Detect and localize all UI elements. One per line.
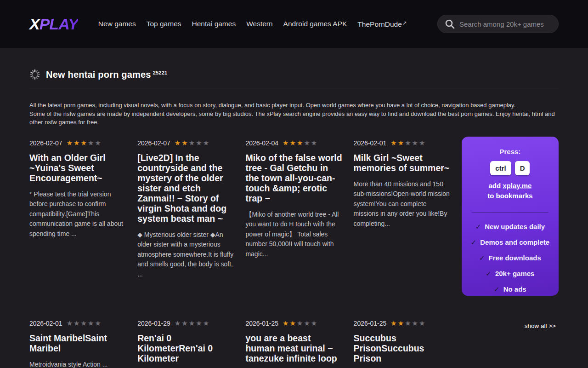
star-icon: ★ (203, 319, 210, 327)
star-icon: ★ (405, 319, 412, 327)
game-card[interactable]: 2026-02-01★★★★★ Saint MaribelSaint Marib… (29, 317, 126, 368)
star-icon: ★ (175, 319, 181, 327)
promo-feature: ✓20k+ games (468, 270, 552, 278)
main-nav: New games Top games Hentai games Western… (98, 20, 407, 29)
star-rating: ★★★★★ (67, 139, 102, 146)
star-rating: ★★★★★ (390, 320, 426, 327)
star-icon: ★ (405, 139, 412, 147)
logo-play: PLAY (40, 15, 78, 33)
game-title[interactable]: Milk Girl ~Sweet memories of summer~ (354, 153, 451, 173)
star-rating: ★★★★★ (175, 320, 210, 327)
star-icon: ★ (311, 319, 318, 327)
game-title[interactable]: you are a beast human meat urinal ~ tane… (245, 333, 342, 363)
game-card[interactable]: 2026-02-07★★★★★ With an Older Girl ~Yuin… (29, 137, 126, 317)
star-icon: ★ (175, 139, 181, 147)
game-title[interactable]: [Live2D] In the countryside and the myst… (137, 153, 234, 224)
game-title[interactable]: Succubus PrisonSuccubus Prison (354, 333, 451, 363)
star-rating: ★★★★★ (283, 139, 318, 146)
nav-theporndude[interactable]: ThePornDude↗ (357, 20, 407, 29)
star-icon: ★ (95, 139, 102, 147)
game-date: 2026-02-01 (29, 320, 62, 327)
game-card[interactable]: 2026-02-01★★★★★ Milk Girl ~Sweet memorie… (354, 137, 451, 317)
show-all-link[interactable]: show all >> (525, 322, 556, 329)
star-icon: ★ (196, 139, 203, 147)
game-card[interactable]: 2026-01-25★★★★★ Succubus PrisonSuccubus … (354, 317, 451, 368)
nav-western[interactable]: Western (246, 20, 272, 28)
logo[interactable]: XPLAY (29, 15, 78, 33)
nav-new-games[interactable]: New games (98, 20, 136, 28)
game-date: 2026-02-01 (354, 139, 387, 147)
page-title-row: New hentai porn games25221 (29, 69, 559, 80)
game-card[interactable]: 2026-02-07★★★★★ [Live2D] In the countrys… (137, 137, 234, 317)
bookmark-promo-card: Press: ctrl D add xplay.me to bookmarks … (462, 137, 559, 296)
star-rating: ★★★★★ (390, 139, 426, 146)
nav-theporndude-label: ThePornDude (357, 20, 402, 28)
check-icon: ✓ (475, 223, 481, 230)
star-icon: ★ (398, 319, 405, 327)
game-description: ◆ Mysterious older sister ◆An older sist… (137, 230, 234, 280)
star-icon: ★ (74, 139, 80, 147)
promo-feature: ✓No ads (468, 285, 552, 293)
check-icon: ✓ (494, 285, 500, 293)
star-icon: ★ (181, 319, 188, 327)
xplay-me-link[interactable]: xplay.me (503, 182, 531, 190)
star-rating: ★★★★★ (175, 139, 210, 146)
nav-hentai-games[interactable]: Hentai games (192, 20, 236, 28)
star-icon: ★ (289, 319, 296, 327)
promo-press-label: Press: (468, 148, 552, 155)
main-content: New hentai porn games25221 All the lates… (0, 69, 588, 368)
star-icon: ★ (81, 139, 88, 147)
game-title[interactable]: With an Older Girl ~Yuina's Sweet Encour… (29, 153, 126, 183)
game-title[interactable]: Miko of the false world tree - Gal Getch… (245, 153, 342, 203)
star-icon: ★ (390, 319, 397, 327)
search-bar[interactable] (437, 15, 559, 33)
game-description: Metroidvania style Action ... (29, 360, 126, 368)
games-grid: 2026-02-07★★★★★ With an Older Girl ~Yuin… (29, 137, 559, 368)
star-icon: ★ (412, 319, 419, 327)
promo-divider (472, 212, 548, 213)
title-divider (29, 88, 559, 88)
star-icon: ★ (67, 319, 74, 327)
game-card[interactable]: 2026-01-29★★★★★ Ren'ai 0 KilometerRen'ai… (137, 317, 234, 368)
description-line: Some of the nsfw games are made by indep… (29, 110, 559, 127)
star-icon: ★ (297, 319, 304, 327)
game-description: 【Miko of another world tree - All you wa… (245, 210, 342, 259)
game-title[interactable]: Ren'ai 0 KilometerRen'ai 0 Kilometer (137, 333, 234, 363)
ctrl-key: ctrl (490, 161, 511, 175)
check-icon: ✓ (479, 254, 485, 262)
star-icon: ★ (304, 139, 311, 147)
star-icon: ★ (311, 139, 318, 147)
game-card[interactable]: 2026-01-25★★★★★ you are a beast human me… (245, 317, 342, 368)
star-icon: ★ (88, 139, 95, 147)
game-card[interactable]: 2026-02-04★★★★★ Miko of the false world … (245, 137, 342, 317)
promo-add-prefix: add (488, 182, 501, 190)
games-count-badge: 25221 (153, 70, 168, 75)
star-icon: ★ (412, 139, 419, 147)
search-input[interactable] (459, 20, 552, 28)
star-icon: ★ (88, 319, 95, 327)
star-icon: ★ (67, 139, 74, 147)
page-title: New hentai porn games25221 (46, 69, 167, 80)
external-link-icon: ↗ (402, 20, 407, 26)
check-icon: ✓ (486, 270, 492, 277)
game-date: 2026-02-04 (245, 139, 278, 147)
star-rating: ★★★★★ (283, 320, 318, 327)
d-key: D (515, 161, 530, 175)
promo-feature-list: ✓New updates daily ✓Demos and complete ✓… (468, 223, 552, 293)
star-icon: ★ (419, 319, 426, 327)
game-date: 2026-01-29 (137, 320, 170, 327)
star-icon: ★ (189, 139, 196, 147)
star-icon: ★ (95, 319, 102, 327)
game-description: More than 40 missions and 150 sub-missio… (354, 179, 451, 229)
game-title[interactable]: Saint MaribelSaint Maribel (29, 333, 126, 353)
game-date: 2026-02-07 (29, 139, 62, 147)
star-icon: ★ (74, 319, 80, 327)
star-icon: ★ (81, 319, 88, 327)
star-icon: ★ (203, 139, 210, 147)
promo-feature: ✓Free downloads (468, 254, 552, 262)
page-description: All the latest porn games, including vis… (29, 101, 559, 127)
nav-top-games[interactable]: Top games (147, 20, 181, 28)
star-icon: ★ (289, 139, 296, 147)
game-date: 2026-01-25 (354, 320, 387, 327)
nav-android-apk[interactable]: Android games APK (283, 20, 347, 28)
